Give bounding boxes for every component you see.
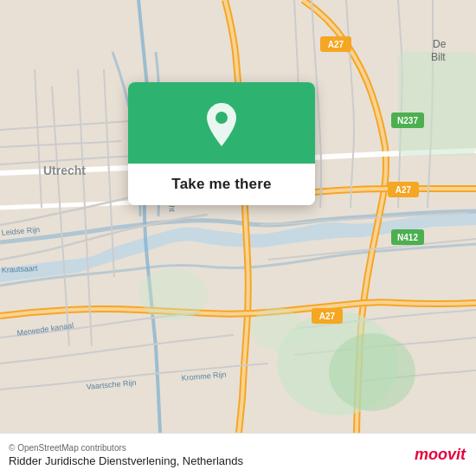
svg-text:Utrecht: Utrecht — [43, 164, 86, 177]
svg-point-2 — [329, 333, 415, 411]
map-container: A27 A27 A27 A28 N237 N412 De Bilt Utrech… — [0, 0, 476, 433]
svg-text:De: De — [433, 38, 447, 50]
svg-rect-3 — [398, 52, 476, 156]
svg-text:Bilt: Bilt — [431, 51, 446, 63]
moovit-logo: moovit — [415, 446, 466, 464]
footer-content: © OpenStreetMap contributors Ridder Juri… — [9, 443, 243, 467]
location-name: Ridder Juridische Dienstverlening, Nethe… — [9, 454, 243, 467]
popup-card: Take me there — [128, 82, 315, 205]
osm-credit: © OpenStreetMap contributors — [9, 443, 243, 453]
popup-header — [128, 82, 315, 164]
svg-text:N237: N237 — [397, 116, 418, 125]
svg-text:A27: A27 — [328, 40, 344, 49]
moovit-text: moovit — [415, 446, 466, 464]
svg-text:N412: N412 — [397, 233, 418, 242]
svg-point-5 — [251, 307, 303, 351]
svg-text:A27: A27 — [396, 185, 412, 195]
svg-point-28 — [215, 112, 228, 124]
footer-bar: © OpenStreetMap contributors Ridder Juri… — [0, 433, 476, 476]
location-pin-icon — [203, 101, 241, 148]
svg-point-4 — [138, 268, 208, 320]
take-me-there-button[interactable]: Take me there — [128, 164, 315, 205]
svg-text:A27: A27 — [319, 312, 336, 321]
